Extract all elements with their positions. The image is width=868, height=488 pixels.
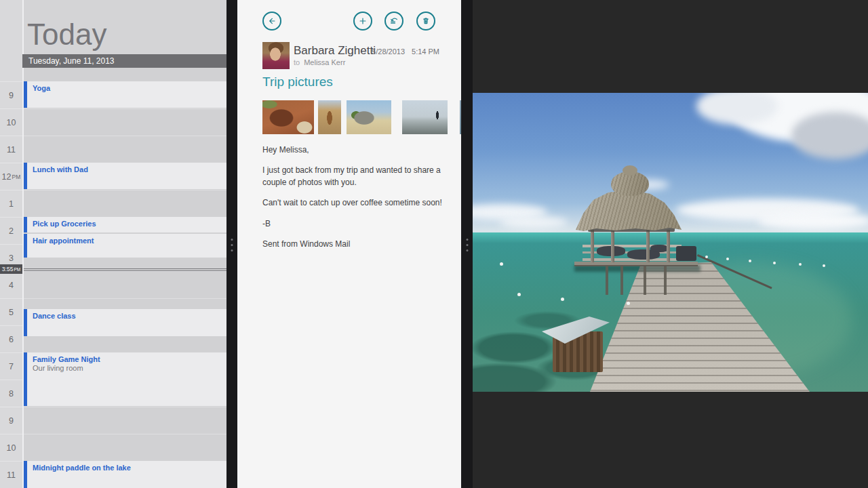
cloud <box>757 212 868 230</box>
photo-hut-deck <box>574 262 698 266</box>
hour-label: 4 <box>0 271 22 298</box>
back-button[interactable] <box>262 12 281 30</box>
photo-hut-post <box>646 230 650 262</box>
photo-buoy <box>799 263 802 266</box>
photo-piling <box>606 266 608 295</box>
grid-cell[interactable] <box>24 434 226 461</box>
body-paragraph: Can't wait to catch up over coffee somet… <box>262 197 447 209</box>
event-title: Yoga <box>33 84 226 92</box>
hour-label: 7 <box>0 352 22 380</box>
message-date: 5/28/2013 <box>372 47 405 56</box>
photo-piling <box>644 266 646 295</box>
cloud <box>500 216 568 228</box>
calendar-event[interactable]: Dance class <box>24 309 226 336</box>
attachment-thumbnail-elephant-photo[interactable] <box>262 100 314 134</box>
message-subject: Trip pictures <box>262 75 333 89</box>
snap-divider-grip-icon[interactable] <box>231 239 233 251</box>
hour-label: 6 <box>0 325 22 352</box>
message-time: 5:14 PM <box>412 47 439 56</box>
hour-row: 10 <box>0 108 226 136</box>
snap-divider-left[interactable] <box>226 0 237 488</box>
photo-hut-post <box>591 230 594 262</box>
hour-label: 11 <box>0 461 22 488</box>
photo-pier-palapa[interactable] <box>473 93 868 392</box>
reply-icon <box>387 14 401 28</box>
hour-label: 1 <box>0 190 22 217</box>
new-mail-button[interactable] <box>353 12 372 30</box>
attachments-row <box>262 100 461 134</box>
hour-label: 10 <box>0 434 22 461</box>
hour-row: 1 <box>0 190 226 217</box>
windows8-snapped-desktop: Today Tuesday, June 11, 2013 9101112PM12… <box>0 0 868 488</box>
plus-icon <box>356 14 370 28</box>
attachment-thumbnail-beached-boat-photo[interactable] <box>347 100 391 134</box>
calendar-event[interactable]: Lunch with Dad <box>24 163 226 189</box>
grid-cell[interactable] <box>24 271 226 298</box>
photo-buoy <box>823 264 825 267</box>
calendar-event[interactable]: Midnight paddle on the lake <box>24 461 226 488</box>
calendar-event[interactable]: Yoga <box>24 81 226 108</box>
event-location: Our living room <box>33 364 226 372</box>
photo-buoy <box>517 293 521 296</box>
message-timestamp: 5/28/20135:14 PM <box>372 47 439 56</box>
hour-label: 11 <box>0 136 22 163</box>
hour-label: 8 <box>0 380 22 407</box>
photo-hut-post <box>611 230 614 262</box>
event-title: Midnight paddle on the lake <box>33 464 226 472</box>
hour-label: 10 <box>0 108 22 136</box>
hour-label: 12PM <box>0 163 22 190</box>
photo-buoy <box>561 298 564 301</box>
event-title: Dance class <box>33 312 226 320</box>
body-paragraph: Hey Melissa, <box>262 144 447 156</box>
mail-app-panel: Barbara Zighetti toMelissa Kerr 5/28/201… <box>237 0 461 488</box>
grid-cell[interactable] <box>24 190 226 217</box>
photo-piling <box>620 266 623 295</box>
back-arrow-icon <box>265 14 279 28</box>
photo-deck-gear <box>676 246 696 261</box>
calendar-view-title: Today <box>27 18 106 52</box>
hour-row: 9 <box>0 407 226 434</box>
photo-buoy <box>726 258 729 260</box>
message-body: Hey Melissa,I just got back from my trip… <box>262 144 447 259</box>
body-paragraph: Sent from Windows Mail <box>262 239 447 250</box>
grid-cell[interactable] <box>24 108 226 136</box>
snap-divider-grip-icon[interactable] <box>466 239 468 251</box>
sender-avatar <box>262 42 290 69</box>
calendar-event[interactable]: Hair appointment <box>24 234 226 258</box>
photo-hut-post <box>667 230 670 262</box>
calendar-date-bar: Tuesday, June 11, 2013 <box>22 54 226 68</box>
respond-button[interactable] <box>384 12 403 30</box>
hour-label: 9 <box>0 407 22 434</box>
body-paragraph: -B <box>262 218 447 230</box>
grid-cell[interactable] <box>24 136 226 163</box>
attachment-thumbnail-giraffe-photo[interactable] <box>318 100 341 134</box>
half-hour-row <box>0 68 226 81</box>
current-time-line <box>24 268 226 271</box>
photo-hut-furniture <box>650 245 668 252</box>
snap-divider-right[interactable] <box>461 0 473 488</box>
photo-buoy <box>773 262 776 264</box>
current-time-badge: 3:55PM <box>0 264 22 274</box>
hour-row: 11 <box>0 136 226 163</box>
trash-icon <box>419 14 433 28</box>
hour-label: 2 <box>0 217 22 244</box>
delete-button[interactable] <box>416 12 435 30</box>
grid-cell[interactable] <box>24 68 226 81</box>
photo-buoy <box>749 260 751 262</box>
event-title: Hair appointment <box>33 237 226 245</box>
event-title: Lunch with Dad <box>33 165 226 174</box>
calendar-app-panel: Today Tuesday, June 11, 2013 9101112PM12… <box>0 0 226 488</box>
calendar-event[interactable]: Family Game NightOur living room <box>24 352 226 406</box>
calendar-grid: 9101112PM1234567891011YogaLunch with Dad… <box>0 68 226 488</box>
event-title: Pick up Groceries <box>33 220 226 228</box>
hour-row: 10 <box>0 434 226 461</box>
photo-piling <box>664 266 667 295</box>
photo-buoy <box>500 262 503 266</box>
body-paragraph: I just got back from my trip and wanted … <box>262 165 447 188</box>
event-title: Family Game Night <box>33 355 226 363</box>
calendar-event[interactable]: Pick up Groceries <box>24 217 226 232</box>
attachment-thumbnail-calm-beach-photo[interactable] <box>402 100 448 134</box>
sender-name: Barbara Zighetti <box>294 44 376 58</box>
grid-cell[interactable] <box>24 407 226 434</box>
hour-label: 5 <box>0 298 22 325</box>
